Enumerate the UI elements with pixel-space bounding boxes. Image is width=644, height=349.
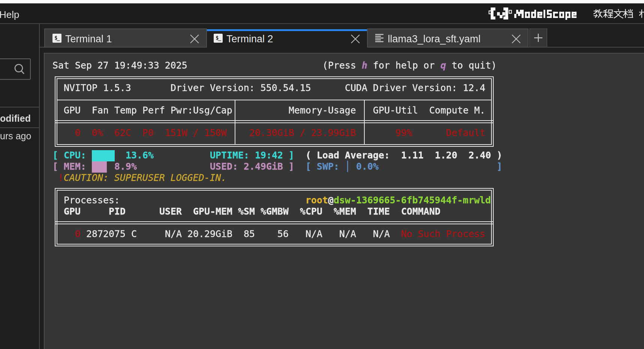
dsw-workspace-window: Help — [0, 0, 644, 349]
close-icon[interactable] — [189, 34, 200, 44]
mem-usage-bar — [92, 161, 107, 173]
terminal-text-segment: [ — [52, 150, 58, 161]
nvitop-output: Sat Sep 27 19:49:33 2025(Press h for hel… — [45, 54, 644, 349]
terminal-text-segment: ] — [497, 161, 502, 172]
terminal-text-segment: 1.11 — [401, 150, 424, 161]
new-tab-button[interactable] — [529, 28, 547, 48]
terminal-text-segment: 19:42 — [255, 150, 283, 161]
tab-terminal-1[interactable]: $_ Terminal 1 — [44, 28, 207, 48]
menu-item-help[interactable]: Help — [0, 9, 19, 21]
terminal-text-segment: USED: — [210, 161, 238, 172]
terminal-icon: $_ — [52, 34, 61, 43]
terminal-text-segment: ] — [289, 150, 294, 161]
terminal-text-segment: ( — [306, 150, 311, 161]
terminal-text-segment: [ — [52, 161, 58, 172]
terminal-text-segment: ) — [497, 150, 502, 161]
file-row-modified-time[interactable]: urs ago — [0, 131, 31, 142]
nvitop-box-frame — [55, 76, 494, 147]
terminal-text-segment: ! — [58, 172, 64, 183]
tab-label: Terminal 2 — [226, 33, 273, 45]
terminal-text-segment: q — [440, 60, 446, 71]
terminal-text-segment: CAUTION: SUPERUSER LOGGED-IN. — [64, 172, 227, 183]
close-icon[interactable] — [350, 34, 361, 44]
column-header-last-modified[interactable]: odified — [0, 113, 31, 124]
search-input[interactable] — [0, 58, 31, 80]
sidebar-divider — [0, 127, 39, 128]
nvitop-box-frame — [55, 188, 494, 246]
modelscope-wordmark — [514, 10, 577, 20]
terminal-text-segment: 0.0% — [356, 161, 379, 172]
nav-link-partial[interactable] — [639, 9, 644, 20]
terminal-text-segment: SWP: — [317, 161, 339, 172]
tab-llama3-lora-sft-yaml[interactable]: llama3_lora_sft.yaml — [367, 28, 529, 48]
file-browser-sidebar: odified urs ago — [0, 24, 40, 349]
nav-link-tutorial-docs[interactable] — [593, 9, 633, 20]
window-top-strip — [0, 0, 644, 3]
menu-bar: Help — [0, 3, 644, 24]
terminal-panel[interactable]: Sat Sep 27 19:49:33 2025(Press h for hel… — [44, 53, 644, 349]
terminal-text-segment: UPTIME: — [210, 150, 249, 161]
terminal-text-segment: to quit) — [446, 60, 497, 71]
file-icon — [375, 33, 384, 43]
terminal-text-segment: 1.20 — [435, 150, 457, 161]
tab-terminal-2[interactable]: $_ Terminal 2 — [207, 28, 367, 48]
terminal-text-segment: Sat Sep 27 19:49:33 2025 — [52, 60, 187, 71]
terminal-text-segment: MEM: — [64, 161, 86, 172]
modelscope-logo-icon — [488, 7, 513, 20]
cpu-usage-bar — [92, 150, 115, 161]
terminal-text-segment: h — [362, 60, 367, 71]
terminal-text-segment: 2.40 — [469, 150, 491, 161]
terminal-text-segment: (Press — [322, 60, 362, 71]
tab-label: Terminal 1 — [65, 33, 112, 45]
dock-panel: $_ Terminal 1 $_ Terminal 2 — [40, 24, 644, 349]
terminal-text-segment: ] — [289, 161, 294, 172]
terminal-text-segment: │ — [345, 161, 350, 172]
close-icon[interactable] — [511, 34, 521, 44]
terminal-text-segment: CPU: — [64, 150, 86, 161]
plus-icon — [530, 29, 547, 46]
search-icon — [12, 61, 27, 79]
tab-label: llama3_lora_sft.yaml — [388, 33, 481, 45]
terminal-icon: $_ — [214, 34, 223, 43]
sidebar-divider — [0, 107, 39, 107]
terminal-text-segment: 13.6% — [126, 150, 154, 161]
terminal-text-segment: Load Average: — [317, 150, 390, 161]
terminal-text-segment: 8.9% — [114, 161, 137, 172]
terminal-text-segment: for help or — [367, 60, 440, 71]
terminal-text-segment: [ — [306, 161, 311, 172]
terminal-text-segment: 2.49GiB — [244, 161, 283, 172]
active-tab-indicator — [207, 29, 367, 31]
